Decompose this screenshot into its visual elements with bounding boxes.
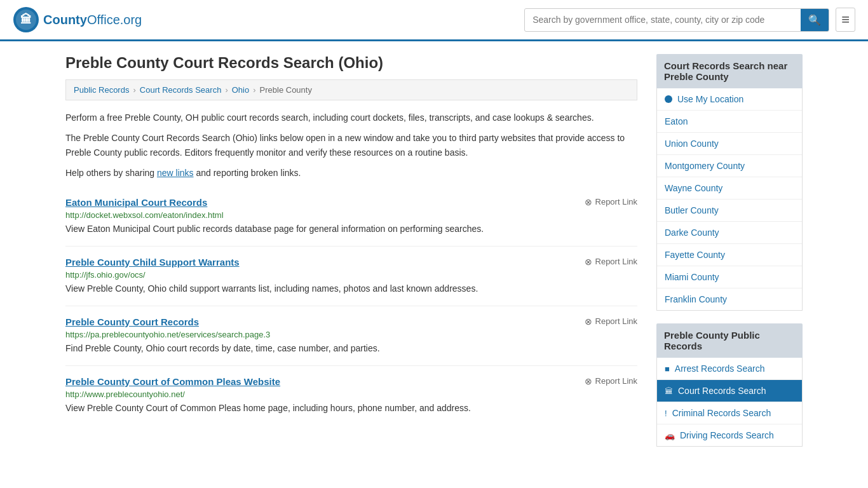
report-label-0: Report Link xyxy=(595,197,637,207)
record-url-2[interactable]: https://pa.preblecountyohio.net/eservice… xyxy=(65,330,637,339)
content-area: Preble County Court Records Search (Ohio… xyxy=(65,54,637,459)
breadcrumb-sep-1: › xyxy=(133,85,135,95)
description-3: Help others by sharing new links and rep… xyxy=(65,166,637,180)
breadcrumb-ohio[interactable]: Ohio xyxy=(232,85,249,95)
record-desc-2: Find Preble County, Ohio court records b… xyxy=(65,342,637,355)
breadcrumb-public-records[interactable]: Public Records xyxy=(74,85,129,95)
svg-text:🏛: 🏛 xyxy=(20,13,32,26)
sidebar-nearby-link-1[interactable]: Union County xyxy=(657,133,802,155)
pr-link-label-3: Driving Records Search xyxy=(680,430,774,440)
sidebar-nearby-link-8[interactable]: Franklin County xyxy=(657,288,802,310)
record-item: Eaton Municipal Court Records ⊗ Report L… xyxy=(65,187,637,247)
logo-text: CountyOffice.org xyxy=(43,13,142,27)
sidebar-nearby-link-6[interactable]: Fayette County xyxy=(657,244,802,266)
record-url-0[interactable]: http://docket.webxsol.com/eaton/index.ht… xyxy=(65,210,637,220)
sidebar-nearby-links: Use My Location EatonUnion CountyMontgom… xyxy=(656,88,803,311)
sidebar-pr-link-1[interactable]: 🏛Court Records Search xyxy=(657,380,802,402)
pr-link-icon-2: ! xyxy=(665,409,667,418)
record-title-3[interactable]: Preble County Court of Common Pleas Webs… xyxy=(65,376,280,387)
use-my-location[interactable]: Use My Location xyxy=(657,88,802,111)
new-links-link[interactable]: new links xyxy=(157,168,194,178)
search-input[interactable] xyxy=(525,10,801,30)
record-item: Preble County Court of Common Pleas Webs… xyxy=(65,366,637,425)
report-link-1[interactable]: ⊗ Report Link xyxy=(585,257,637,267)
sidebar-nearby-link-2[interactable]: Montgomery County xyxy=(657,155,802,177)
header-search-area: 🔍 ≡ xyxy=(524,8,855,32)
sidebar-nearby-link-5[interactable]: Darke County xyxy=(657,222,802,244)
sidebar-pr-link-2[interactable]: !Criminal Records Search xyxy=(657,402,802,424)
page-title: Preble County Court Records Search (Ohio… xyxy=(65,54,637,72)
breadcrumb: Public Records › Court Records Search › … xyxy=(65,79,637,100)
sidebar-nearby-link-0[interactable]: Eaton xyxy=(657,111,802,133)
sidebar-nearby-section: Court Records Search near Preble County … xyxy=(656,54,803,311)
record-desc-0: View Eaton Municipal Court public record… xyxy=(65,222,637,236)
sidebar: Court Records Search near Preble County … xyxy=(656,54,803,459)
pr-link-icon-1: 🏛 xyxy=(665,386,673,396)
description-1: Perform a free Preble County, OH public … xyxy=(65,111,637,125)
report-icon-0: ⊗ xyxy=(585,197,592,207)
description-2: The Preble County Court Records Search (… xyxy=(65,131,637,159)
pr-link-label-1: Court Records Search xyxy=(678,386,766,396)
report-link-0[interactable]: ⊗ Report Link xyxy=(585,197,637,207)
record-item: Preble County Child Support Warrants ⊗ R… xyxy=(65,247,637,306)
record-desc-3: View Preble County Court of Common Pleas… xyxy=(65,402,637,415)
desc3-prefix: Help others by sharing xyxy=(65,168,157,178)
sidebar-nearby-link-4[interactable]: Butler County xyxy=(657,200,802,222)
main-container: Preble County Court Records Search (Ohio… xyxy=(53,41,815,472)
sidebar-nearby-header: Court Records Search near Preble County xyxy=(656,54,803,88)
record-title-2[interactable]: Preble County Court Records xyxy=(65,316,199,327)
location-dot-icon xyxy=(665,95,672,103)
search-bar: 🔍 xyxy=(524,8,829,32)
pr-link-icon-0: ■ xyxy=(665,364,670,374)
record-title-1[interactable]: Preble County Child Support Warrants xyxy=(65,257,240,268)
pr-link-label-2: Criminal Records Search xyxy=(672,408,771,418)
logo-area: 🏛 CountyOffice.org xyxy=(13,6,142,33)
pr-link-label-0: Arrest Records Search xyxy=(675,363,765,374)
pr-link-icon-3: 🚗 xyxy=(665,431,675,440)
record-desc-1: View Preble County, Ohio child support w… xyxy=(65,282,637,295)
breadcrumb-current: Preble County xyxy=(260,85,312,95)
nearby-links-container: EatonUnion CountyMontgomery CountyWayne … xyxy=(657,111,802,310)
desc3-suffix: and reporting broken links. xyxy=(194,168,301,178)
sidebar-public-records-section: Preble County Public Records ■Arrest Rec… xyxy=(656,323,803,447)
report-label-2: Report Link xyxy=(595,316,637,326)
header: 🏛 CountyOffice.org 🔍 ≡ xyxy=(0,0,868,41)
report-icon-2: ⊗ xyxy=(585,316,592,327)
sidebar-pr-link-0[interactable]: ■Arrest Records Search xyxy=(657,358,802,380)
report-icon-3: ⊗ xyxy=(585,376,592,386)
sidebar-nearby-link-7[interactable]: Miami County xyxy=(657,266,802,288)
sidebar-public-records-links: ■Arrest Records Search🏛Court Records Sea… xyxy=(656,358,803,447)
breadcrumb-sep-3: › xyxy=(253,85,255,95)
breadcrumb-court-records[interactable]: Court Records Search xyxy=(140,85,222,95)
breadcrumb-sep-2: › xyxy=(225,85,227,95)
logo-icon: 🏛 xyxy=(13,6,39,33)
report-label-3: Report Link xyxy=(595,376,637,386)
search-button[interactable]: 🔍 xyxy=(801,9,829,31)
record-url-1[interactable]: http://jfs.ohio.gov/ocs/ xyxy=(65,270,637,280)
record-item: Preble County Court Records ⊗ Report Lin… xyxy=(65,306,637,366)
use-location-label: Use My Location xyxy=(677,94,743,104)
report-link-2[interactable]: ⊗ Report Link xyxy=(585,316,637,327)
public-records-links-container: ■Arrest Records Search🏛Court Records Sea… xyxy=(657,358,802,446)
menu-icon[interactable]: ≡ xyxy=(836,8,855,32)
record-url-3[interactable]: http://www.preblecountyohio.net/ xyxy=(65,390,637,399)
report-icon-1: ⊗ xyxy=(585,257,592,267)
record-title-0[interactable]: Eaton Municipal Court Records xyxy=(65,197,207,208)
sidebar-public-records-header: Preble County Public Records xyxy=(656,323,803,358)
report-label-1: Report Link xyxy=(595,257,637,266)
sidebar-pr-link-3[interactable]: 🚗Driving Records Search xyxy=(657,424,802,446)
records-list: Eaton Municipal Court Records ⊗ Report L… xyxy=(65,187,637,425)
sidebar-nearby-link-3[interactable]: Wayne County xyxy=(657,177,802,200)
report-link-3[interactable]: ⊗ Report Link xyxy=(585,376,637,386)
